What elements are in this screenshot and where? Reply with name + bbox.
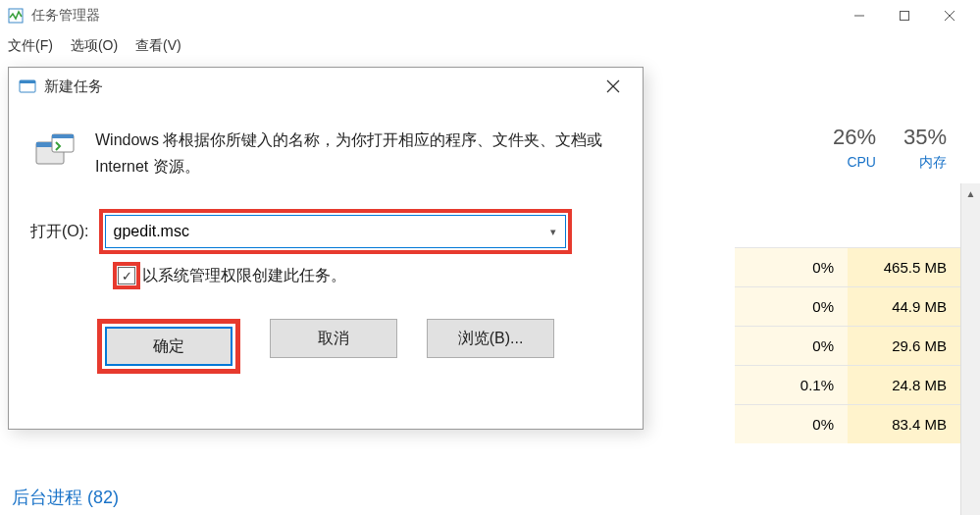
dialog-body: Windows 将根据你所键入的名称，为你打开相应的程序、文件夹、文档或 Int… bbox=[9, 105, 643, 180]
section-background-processes[interactable]: 后台进程 (82) bbox=[12, 486, 119, 509]
cell-mem: 24.8 MB bbox=[848, 366, 960, 404]
svg-rect-2 bbox=[901, 12, 909, 21]
cell-cpu: 0.1% bbox=[735, 366, 848, 404]
highlight-checkbox: ✓ bbox=[113, 262, 140, 289]
column-cpu[interactable]: 26% CPU bbox=[819, 125, 890, 172]
cell-cpu: 0% bbox=[735, 248, 848, 286]
close-button[interactable] bbox=[927, 0, 972, 31]
cell-cpu: 0% bbox=[735, 287, 848, 326]
cell-mem: 465.5 MB bbox=[848, 248, 960, 286]
close-icon bbox=[606, 79, 620, 93]
open-label: 打开(O): bbox=[30, 222, 89, 242]
table-row[interactable]: 0% 29.6 MB bbox=[735, 326, 960, 365]
table-row[interactable]: 0% 44.9 MB bbox=[735, 286, 960, 326]
cell-mem: 29.6 MB bbox=[848, 327, 960, 365]
highlight-ok: 确定 bbox=[97, 319, 240, 374]
table-row[interactable]: 0.1% 24.8 MB bbox=[735, 365, 960, 404]
open-input[interactable] bbox=[105, 215, 566, 248]
dialog-titlebar: 新建任务 bbox=[9, 68, 643, 105]
column-memory[interactable]: 35% 内存 bbox=[890, 125, 960, 172]
cell-mem: 83.4 MB bbox=[848, 405, 960, 443]
cell-mem: 44.9 MB bbox=[848, 287, 960, 326]
scroll-up-icon[interactable]: ▲ bbox=[961, 183, 980, 203]
highlight-input: ▾ bbox=[99, 209, 572, 254]
titlebar: 任务管理器 bbox=[0, 0, 980, 31]
process-rows: 0% 465.5 MB 0% 44.9 MB 0% 29.6 MB 0.1% 2… bbox=[735, 247, 960, 443]
app-icon bbox=[8, 8, 24, 24]
window-title: 任务管理器 bbox=[31, 7, 837, 25]
menubar: 文件(F) 选项(O) 查看(V) bbox=[0, 31, 980, 61]
maximize-button[interactable] bbox=[882, 0, 927, 31]
new-task-dialog: 新建任务 Windows 将根据你所键入的名称，为你打开相应的程序、文件夹、文档… bbox=[8, 67, 644, 430]
cell-cpu: 0% bbox=[735, 327, 848, 365]
cpu-percent: 26% bbox=[833, 125, 876, 150]
window-controls bbox=[837, 0, 972, 31]
ok-button[interactable]: 确定 bbox=[105, 327, 232, 366]
dialog-close-button[interactable] bbox=[593, 72, 633, 101]
svg-rect-12 bbox=[52, 134, 74, 138]
menu-view[interactable]: 查看(V) bbox=[135, 37, 181, 55]
dialog-icon bbox=[19, 77, 36, 95]
svg-rect-6 bbox=[20, 80, 35, 83]
dialog-description: Windows 将根据你所键入的名称，为你打开相应的程序、文件夹、文档或 Int… bbox=[95, 127, 621, 180]
mem-percent: 35% bbox=[903, 125, 947, 150]
minimize-button[interactable] bbox=[837, 0, 882, 31]
cell-cpu: 0% bbox=[735, 405, 848, 443]
admin-checkbox[interactable]: ✓ bbox=[118, 267, 135, 284]
cpu-label: CPU bbox=[833, 154, 876, 170]
mem-label: 内存 bbox=[903, 154, 947, 172]
cancel-button[interactable]: 取消 bbox=[270, 319, 397, 358]
column-headers: 26% CPU 35% 内存 bbox=[819, 125, 960, 172]
open-row: 打开(O): ▾ bbox=[9, 180, 643, 254]
admin-checkbox-row: ✓ 以系统管理权限创建此任务。 bbox=[9, 254, 643, 289]
table-row[interactable]: 0% 83.4 MB bbox=[735, 404, 960, 443]
vertical-scrollbar[interactable]: ▲ bbox=[960, 183, 980, 515]
run-icon bbox=[30, 127, 77, 174]
dialog-title: 新建任务 bbox=[44, 77, 593, 96]
menu-file[interactable]: 文件(F) bbox=[8, 37, 53, 55]
table-row[interactable]: 0% 465.5 MB bbox=[735, 247, 960, 286]
browse-button[interactable]: 浏览(B)... bbox=[427, 319, 554, 358]
menu-options[interactable]: 选项(O) bbox=[71, 37, 118, 55]
dialog-buttons: 确定 取消 浏览(B)... bbox=[9, 289, 643, 374]
admin-checkbox-label[interactable]: 以系统管理权限创建此任务。 bbox=[142, 266, 346, 286]
